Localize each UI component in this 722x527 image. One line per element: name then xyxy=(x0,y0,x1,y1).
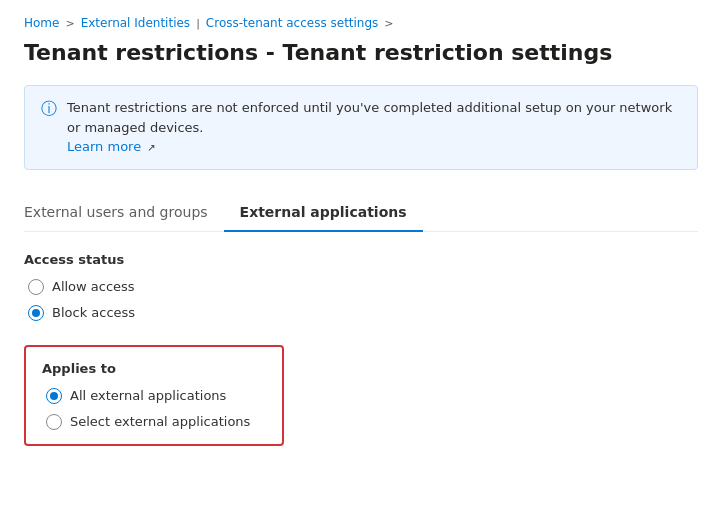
tabs-container: External users and groups External appli… xyxy=(24,194,698,232)
allow-access-option[interactable]: Allow access xyxy=(28,279,698,295)
breadcrumb-home[interactable]: Home xyxy=(24,16,59,30)
info-banner-text: Tenant restrictions are not enforced unt… xyxy=(67,98,681,157)
tab-external-users[interactable]: External users and groups xyxy=(24,194,224,232)
breadcrumb-cross-tenant[interactable]: Cross-tenant access settings xyxy=(206,16,379,30)
applies-to-box: Applies to All external applications Sel… xyxy=(24,345,284,446)
block-access-option[interactable]: Block access xyxy=(28,305,698,321)
all-external-radio[interactable] xyxy=(46,388,62,404)
page-title: Tenant restrictions - Tenant restriction… xyxy=(24,40,698,65)
breadcrumb-external-identities[interactable]: External Identities xyxy=(81,16,190,30)
all-external-label: All external applications xyxy=(70,388,226,403)
info-message: Tenant restrictions are not enforced unt… xyxy=(67,100,672,135)
all-external-option[interactable]: All external applications xyxy=(46,388,266,404)
allow-access-radio[interactable] xyxy=(28,279,44,295)
select-external-option[interactable]: Select external applications xyxy=(46,414,266,430)
tab-external-applications[interactable]: External applications xyxy=(224,194,423,232)
block-access-radio[interactable] xyxy=(28,305,44,321)
applies-to-label: Applies to xyxy=(42,361,266,376)
block-access-label: Block access xyxy=(52,305,135,320)
info-icon: ⓘ xyxy=(41,99,57,120)
breadcrumb-sep2: > xyxy=(384,17,393,30)
learn-more-link[interactable]: Learn more xyxy=(67,139,141,154)
access-status-label: Access status xyxy=(24,252,698,267)
breadcrumb-pipe: | xyxy=(196,17,200,30)
breadcrumb: Home > External Identities | Cross-tenan… xyxy=(24,16,698,30)
breadcrumb-sep1: > xyxy=(65,17,74,30)
applies-to-group: All external applications Select externa… xyxy=(46,388,266,430)
allow-access-label: Allow access xyxy=(52,279,135,294)
access-status-group: Allow access Block access xyxy=(28,279,698,321)
select-external-label: Select external applications xyxy=(70,414,250,429)
external-link-icon: ↗ xyxy=(147,142,155,153)
info-banner: ⓘ Tenant restrictions are not enforced u… xyxy=(24,85,698,170)
select-external-radio[interactable] xyxy=(46,414,62,430)
